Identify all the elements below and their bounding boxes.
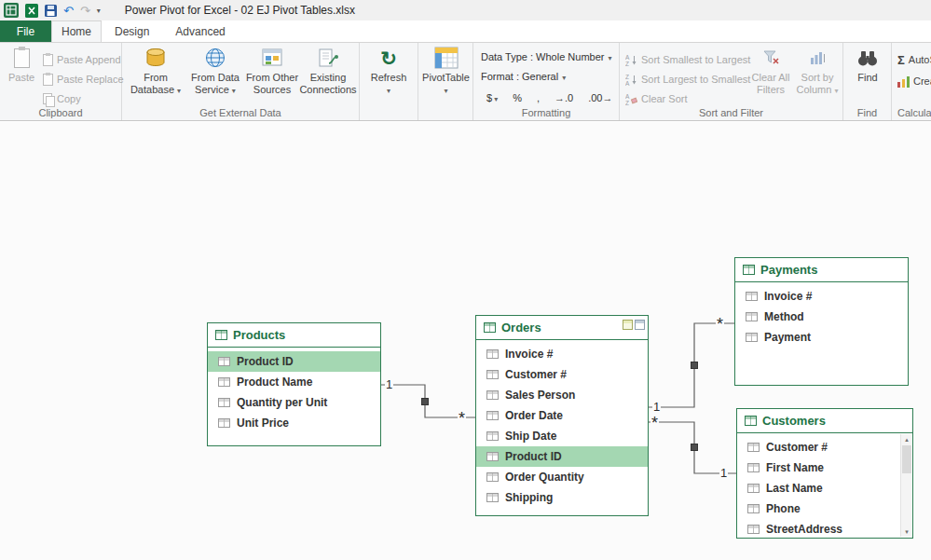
table-name: Payments [760, 263, 817, 277]
relationship-orders-payments[interactable] [649, 323, 734, 407]
pivottable-button[interactable]: PivotTable [420, 46, 472, 96]
table-name: Orders [501, 321, 541, 335]
field-row[interactable]: Sales Person [476, 385, 648, 405]
cardinality-label: 1 [652, 401, 661, 414]
decrease-decimal-button[interactable]: .00→ [582, 90, 618, 105]
format-dropdown[interactable]: Format : General [481, 71, 566, 82]
sort-ascending-button[interactable]: AZ Sort Smallest to Largest [625, 51, 750, 68]
field-row[interactable]: Last Name [737, 478, 900, 499]
group-label-sort-filter: Sort and Filter [620, 107, 842, 118]
quick-access-caret-icon[interactable]: ▾ [97, 7, 101, 15]
group-get-external-data: From Database From Data Service [122, 43, 360, 120]
svg-text:A: A [625, 93, 630, 100]
field-row[interactable]: Phone [737, 499, 900, 519]
paste-replace-button[interactable]: Paste Replace [43, 71, 124, 88]
undo-icon[interactable]: ↶ [63, 4, 74, 18]
tab-file[interactable]: File [0, 20, 51, 42]
dropdown-caret-icon [177, 84, 181, 95]
paste-replace-icon [43, 74, 53, 86]
table-header[interactable]: Payments [735, 258, 908, 282]
sort-by-column-button[interactable]: Sort by Column [795, 46, 840, 96]
paste-append-button[interactable]: Paste Append [43, 51, 121, 68]
field-icon [486, 390, 499, 400]
table-customers[interactable]: Customers Customer # First Name Last Nam… [736, 408, 913, 539]
field-icon [218, 377, 230, 387]
table-header[interactable]: Customers [737, 409, 912, 433]
field-row[interactable]: First Name [737, 458, 900, 478]
table-orders[interactable]: Orders Invoice # Customer # Sales Person… [475, 315, 649, 516]
sort-descending-icon: ZA [625, 74, 637, 86]
field-row[interactable]: Order Date [476, 405, 648, 426]
group-label-external-data: Get External Data [122, 107, 359, 118]
table-name: Customers [762, 414, 826, 428]
table-header[interactable]: Orders [476, 316, 648, 340]
field-icon [218, 398, 230, 407]
percent-format-button[interactable]: % [507, 90, 527, 105]
find-button[interactable]: Find [851, 46, 884, 84]
field-row[interactable]: Product ID [208, 351, 380, 372]
diagram-canvas[interactable]: Products Product ID Product Name Quantit… [0, 122, 931, 560]
thousands-separator-button[interactable]: , [531, 90, 545, 105]
field-icon [486, 370, 499, 379]
tab-advanced[interactable]: Advanced [162, 20, 238, 42]
customers-scrollbar[interactable] [900, 434, 911, 537]
field-row[interactable]: Shipping [476, 487, 648, 508]
field-row[interactable]: Unit Price [208, 413, 380, 433]
sort-descending-button[interactable]: ZA Sort Largest to Smallest [625, 71, 750, 88]
copy-button[interactable]: Copy [43, 90, 81, 107]
maximize-table-icon[interactable] [635, 320, 645, 330]
field-icon [747, 484, 760, 493]
field-row[interactable]: StreetAddress [737, 519, 900, 540]
field-row[interactable]: Ship Date [476, 426, 648, 446]
save-icon[interactable] [45, 5, 57, 17]
connections-icon [317, 47, 339, 69]
svg-text:Z: Z [625, 61, 629, 66]
data-type-dropdown[interactable]: Data Type : Whole Number [481, 51, 611, 62]
clear-sort-button[interactable]: AZ Clear Sort [625, 90, 688, 107]
fit-table-icon[interactable] [623, 320, 633, 330]
scroll-down-icon[interactable] [901, 526, 912, 537]
field-row[interactable]: Customer # [737, 437, 900, 458]
autosum-icon: Σ [897, 53, 905, 67]
field-row[interactable]: Product Name [208, 372, 380, 392]
group-pivottable: PivotTable [418, 43, 473, 120]
field-row[interactable]: Invoice # [735, 286, 908, 307]
from-data-service-button[interactable]: From Data Service [187, 46, 243, 96]
field-row[interactable]: Payment [735, 327, 908, 348]
field-row[interactable]: Product ID [476, 446, 648, 467]
group-label-clipboard: Clipboard [0, 107, 121, 118]
field-icon [486, 431, 499, 441]
table-header[interactable]: Products [208, 323, 380, 348]
scroll-up-icon[interactable] [901, 434, 912, 444]
globe-icon [204, 47, 226, 69]
field-icon [486, 472, 499, 482]
increase-decimal-button[interactable]: →.0 [549, 90, 579, 105]
ribbon-tabs: File Home Design Advanced [0, 20, 931, 43]
table-payments[interactable]: Payments Invoice # Method Payment [734, 257, 909, 386]
dropdown-caret-icon [387, 84, 390, 96]
paste-button[interactable]: Paste [6, 46, 37, 84]
paste-icon [14, 48, 30, 68]
existing-connections-button[interactable]: Existing Connections [299, 46, 357, 96]
field-row[interactable]: Method [735, 307, 908, 327]
from-database-button[interactable]: From Database [130, 46, 182, 96]
create-kpi-button[interactable]: Create KPI [897, 73, 931, 89]
from-other-sources-button[interactable]: From Other Sources [245, 46, 299, 96]
field-row[interactable]: Customer # [476, 364, 648, 385]
field-row[interactable]: Quantity per Unit [208, 392, 380, 413]
clear-all-filters-button[interactable]: Clear All Filters [748, 46, 793, 96]
autosum-button[interactable]: Σ AutoSum [897, 51, 931, 68]
field-icon [218, 357, 230, 366]
field-icon [218, 418, 230, 428]
currency-format-button[interactable]: $ [481, 90, 503, 105]
scrollbar-thumb[interactable] [902, 445, 911, 473]
paste-append-icon [43, 54, 53, 66]
table-products[interactable]: Products Product ID Product Name Quantit… [207, 322, 381, 446]
refresh-button[interactable]: ↻ Refresh [364, 46, 413, 96]
cardinality-label: 1 [719, 467, 728, 480]
field-icon [486, 349, 499, 359]
tab-design[interactable]: Design [102, 20, 162, 42]
field-row[interactable]: Order Quantity [476, 467, 648, 487]
tab-home[interactable]: Home [51, 20, 102, 42]
field-row[interactable]: Invoice # [476, 344, 648, 364]
